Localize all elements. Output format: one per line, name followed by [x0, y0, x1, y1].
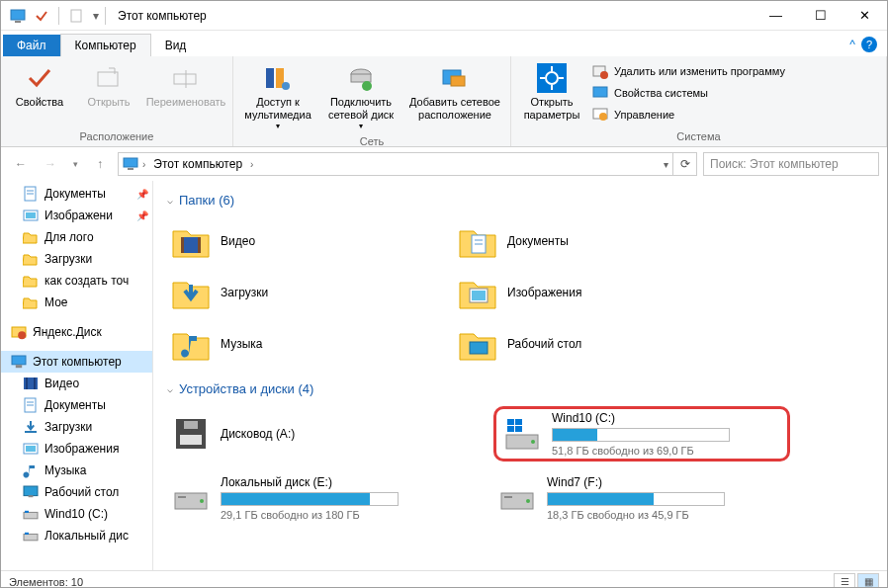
recent-dropdown[interactable]: ▾: [68, 152, 82, 176]
doc-icon: [23, 397, 39, 413]
pc-icon: [123, 156, 138, 172]
sidebar-item[interactable]: Изображения: [1, 438, 152, 460]
folder-label: Загрузки: [221, 286, 268, 299]
ribbon-tabs: Файл Компьютер Вид ^ ?: [1, 31, 887, 56]
settings-button[interactable]: Открыть параметры: [515, 58, 588, 126]
sidebar-item[interactable]: Мое: [1, 292, 152, 313]
address-bar: ← → ▾ ↑ › Этот компьютер › ▾ ⟳ Поиск: Эт…: [1, 147, 887, 181]
help-icon[interactable]: ?: [861, 37, 877, 52]
forward-button[interactable]: →: [39, 152, 62, 176]
sysprops-button[interactable]: Свойства системы: [588, 82, 789, 104]
svg-rect-1: [15, 21, 21, 23]
breadcrumb-dropdown-icon[interactable]: ▾: [664, 159, 668, 170]
folder-item[interactable]: Музыка: [167, 320, 424, 368]
folder-item[interactable]: Рабочий стол: [454, 320, 711, 368]
sidebar-item[interactable]: Документы📌: [1, 183, 152, 205]
chevron-down-icon: ⌵: [167, 195, 173, 206]
sidebar-item[interactable]: Этот компьютер: [1, 351, 152, 373]
svg-rect-10: [351, 74, 371, 82]
minimize-button[interactable]: —: [754, 1, 798, 31]
music-folder-icon: [171, 324, 211, 364]
drive-item[interactable]: Дисковод (A:): [167, 406, 464, 462]
sidebar-item[interactable]: Для лого: [1, 226, 152, 248]
breadcrumb[interactable]: › Этот компьютер › ▾: [118, 152, 673, 176]
content-pane[interactable]: ⌵ Папки (6) ВидеоДокументыЗагрузкиИзобра…: [153, 181, 887, 570]
properties-button[interactable]: Свойства: [5, 58, 74, 113]
qat-properties-icon[interactable]: [31, 5, 52, 27]
tab-computer[interactable]: Компьютер: [60, 34, 151, 56]
sysprops-icon: [592, 85, 608, 101]
ribbon-collapse-icon[interactable]: ^: [849, 38, 855, 51]
sidebar-item[interactable]: Документы: [1, 394, 152, 416]
doc-icon: [23, 186, 39, 202]
folder-item[interactable]: Изображения: [454, 269, 711, 316]
qat-blank-icon[interactable]: [65, 5, 87, 27]
main-area: Документы📌Изображени📌Для логоЗагрузкикак…: [1, 181, 887, 570]
refresh-button[interactable]: ⟳: [673, 152, 697, 176]
mapdrive-button[interactable]: Подключить сетевой диск ▾: [318, 58, 403, 135]
sidebar-item[interactable]: Локальный дис: [1, 525, 152, 546]
svg-rect-22: [593, 87, 607, 97]
chevron-right-icon[interactable]: ›: [250, 159, 253, 170]
sidebar-item[interactable]: Музыка: [1, 460, 152, 481]
download-icon: [23, 419, 39, 435]
maximize-button[interactable]: ☐: [798, 1, 843, 31]
tiles-view-button[interactable]: ▦: [857, 573, 879, 589]
svg-rect-52: [181, 237, 184, 253]
multimedia-button[interactable]: Доступ к мультимедиа ▾: [237, 58, 318, 135]
capacity-bar: [547, 492, 725, 506]
back-button[interactable]: ←: [9, 152, 33, 176]
drive-item[interactable]: Локальный диск (E:) 29,1 ГБ свободно из …: [167, 471, 464, 525]
yadisk-icon: [11, 324, 27, 340]
svg-rect-3: [98, 72, 118, 86]
qat-dropdown-icon[interactable]: ▾: [89, 5, 103, 27]
group-header-drives[interactable]: ⌵ Устройства и диски (4): [167, 381, 873, 396]
desktop-folder-icon: [458, 324, 497, 364]
chevron-right-icon[interactable]: ›: [142, 159, 145, 170]
folder-label: Изображения: [507, 286, 581, 299]
tab-file[interactable]: Файл: [3, 35, 60, 56]
pin-icon: 📌: [136, 189, 148, 200]
sidebar-item-label: Яндекс.Диск: [33, 325, 102, 339]
folder-item[interactable]: Документы: [454, 217, 711, 265]
sidebar-item-label: как создать точ: [44, 274, 129, 288]
open-icon: [93, 62, 125, 94]
sidebar-item[interactable]: Wind10 (C:): [1, 503, 152, 525]
crumb-root[interactable]: Этот компьютер: [149, 157, 246, 171]
svg-point-11: [362, 81, 372, 91]
folder-item[interactable]: Загрузки: [167, 269, 424, 316]
mapdrive-icon: [345, 62, 377, 94]
svg-rect-74: [504, 496, 512, 498]
svg-rect-35: [16, 365, 22, 368]
search-input[interactable]: Поиск: Этот компьютер: [703, 152, 879, 176]
close-button[interactable]: ✕: [843, 1, 887, 31]
tab-view[interactable]: Вид: [151, 35, 201, 56]
drive-item[interactable]: Wind7 (F:) 18,3 ГБ свободно из 45,9 ГБ: [493, 471, 790, 525]
folder-item[interactable]: Видео: [167, 217, 424, 265]
sidebar-item[interactable]: Загрузки: [1, 248, 152, 270]
svg-rect-47: [24, 512, 38, 518]
sidebar-item[interactable]: Изображени📌: [1, 205, 152, 226]
drive-item[interactable]: Wind10 (C:) 51,8 ГБ свободно из 69,0 ГБ: [493, 406, 790, 462]
system-icon[interactable]: [7, 5, 29, 27]
manage-button[interactable]: Управление: [588, 104, 789, 126]
drive-free-text: 51,8 ГБ свободно из 69,0 ГБ: [552, 445, 781, 457]
sidebar-item[interactable]: Видео: [1, 373, 152, 394]
drive-icon: [23, 528, 39, 544]
sidebar-item[interactable]: как создать точ: [1, 270, 152, 292]
addlocation-button[interactable]: Добавить сетевое расположение: [403, 58, 506, 126]
group-header-folders[interactable]: ⌵ Папки (6): [167, 193, 873, 208]
sidebar-item[interactable]: Загрузки: [1, 416, 152, 438]
svg-point-8: [282, 82, 290, 90]
up-button[interactable]: ↑: [88, 152, 112, 176]
svg-rect-48: [25, 511, 29, 513]
navigation-pane[interactable]: Документы📌Изображени📌Для логоЗагрузкикак…: [1, 181, 153, 570]
drive-name: Wind10 (C:): [552, 411, 781, 425]
sidebar-item[interactable]: Рабочий стол: [1, 481, 152, 503]
window-title: Этот компьютер: [118, 9, 207, 23]
svg-rect-71: [178, 496, 186, 498]
sidebar-item[interactable]: Яндекс.Диск: [1, 321, 152, 343]
details-view-button[interactable]: ☰: [834, 573, 855, 589]
img-folder-icon: [458, 273, 497, 312]
uninstall-button[interactable]: Удалить или изменить программу: [588, 60, 789, 82]
